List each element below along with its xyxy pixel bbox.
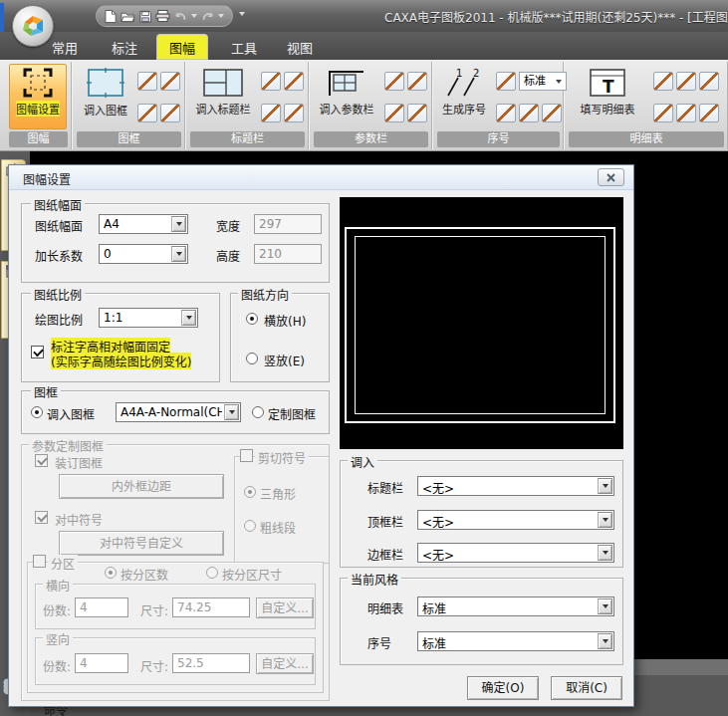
frame-combo[interactable]: A4A-A-Normal(CH [116,402,241,422]
fill-parambar-icon[interactable] [407,72,427,91]
define-frame-icon[interactable] [137,72,157,91]
by-count-label: 按分区数 [121,566,168,583]
load-frame-radio[interactable] [31,406,43,418]
landscape-radio[interactable] [246,313,258,325]
width-field[interactable]: 297 [254,214,322,234]
frame-dropdown-icon[interactable] [224,404,239,420]
save-icon[interactable] [139,10,151,23]
portrait-label: 竖放(E) [264,352,305,368]
cancel-button[interactable]: 取消(C) [551,676,622,700]
cut-symbol-checkbox[interactable] [240,449,253,462]
edit-titleblock-icon[interactable] [261,104,281,122]
titleblock-dropdown-icon[interactable] [598,478,612,494]
zone-checkbox[interactable] [33,555,46,568]
edit-parambar-icon[interactable] [384,104,404,122]
ribbon-group-sheet: 图幅设置 图幅 [6,62,72,149]
fill-titleblock-icon[interactable] [284,72,304,91]
dialog-titlebar[interactable]: 图幅设置 [9,165,633,190]
serial-style-icon[interactable] [496,72,516,91]
portrait-radio[interactable] [246,353,258,364]
height-field[interactable]: 210 [254,244,322,264]
save-titleblock-icon[interactable] [284,104,304,122]
edgebar-combo[interactable]: <无> [417,543,614,563]
load-parambar-icon [326,68,367,98]
lengthen-factor-combo[interactable]: 0 [99,244,188,264]
copy-bom-icon[interactable] [699,104,719,122]
load-parambar-button[interactable]: 调入参数栏 [313,64,380,129]
tab-biaozhu[interactable]: 标注 [100,35,149,59]
dialog-close-button[interactable] [598,168,624,186]
edit-bom-icon[interactable] [653,104,673,122]
window-titlebar[interactable]: CAXA电子图板2011 - 机械版***试用期(还剩25天)*** - [工程… [0,0,728,32]
save-frame-icon[interactable] [160,104,180,122]
preview-frame-outline [355,236,606,414]
edit-frame-icon[interactable] [137,104,157,122]
load-titleblock-button[interactable]: 调入标题栏 [189,64,257,129]
ok-button[interactable]: 确定(O) [467,676,539,700]
bom-style-dropdown-icon[interactable] [598,598,612,614]
app-button[interactable] [12,5,54,47]
load-frame-button[interactable]: 调入图框 [76,64,135,129]
draw-scale-combo[interactable]: 1:1 [99,308,198,328]
open-file-icon[interactable] [121,10,135,23]
titleblock-combo[interactable]: <无> [417,476,614,496]
qat-customize-icon[interactable] [239,12,245,16]
fill-bom-button[interactable]: T 填写明细表 [570,64,645,129]
sheet-settings-label: 图幅设置 [16,101,60,117]
bom-style-combo[interactable]: 标准 [417,597,614,616]
define-titleblock-icon[interactable] [261,72,281,91]
delete-serial-icon[interactable] [496,104,516,122]
bom-style-icon[interactable] [676,104,696,122]
define-bom-icon[interactable] [653,72,673,91]
custom-frame-radio[interactable] [252,406,264,418]
fixed-text-height-checkbox[interactable] [31,346,44,358]
store-frame-icon[interactable] [160,72,180,91]
print-icon[interactable] [155,9,170,23]
new-file-icon[interactable] [105,9,117,24]
save-parambar-icon[interactable] [407,104,427,122]
delete-bom-icon[interactable] [676,72,696,91]
generate-serial-button[interactable]: 1 2 生成序号 [436,64,492,129]
serial-style-dropdown[interactable]: 标准 [519,72,567,91]
undo-dropdown-icon[interactable] [191,14,197,18]
redo-icon[interactable] [201,10,214,22]
center-mark-checkbox[interactable] [35,511,48,524]
by-count-radio[interactable] [105,567,117,579]
topbar-row-label: 顶框栏 [367,513,403,530]
edgebar-dropdown-icon[interactable] [598,545,612,561]
v-custom-button[interactable]: 自定义... [256,653,314,674]
sheet-settings-button[interactable]: 图幅设置 [9,64,67,129]
triangle-radio[interactable] [244,486,256,498]
topbar-dropdown-icon[interactable] [598,512,612,528]
v-count-field[interactable]: 4 [75,653,128,673]
inner-outer-margin-button[interactable]: 内外框边距 [59,474,224,499]
tab-tufu[interactable]: 图幅 [157,35,207,59]
topbar-combo[interactable]: <无> [417,510,614,530]
export-bom-icon[interactable] [699,72,719,91]
by-size-radio[interactable] [206,567,218,579]
define-parambar-icon[interactable] [384,72,404,91]
h-size-field[interactable]: 74.25 [172,597,250,617]
paper-size-combo[interactable]: A4 [99,214,188,234]
thick-segment-radio[interactable] [244,520,256,532]
h-custom-button[interactable]: 自定义... [256,597,314,618]
serial-style-combo-dropdown-icon[interactable] [598,633,612,649]
lengthen-factor-dropdown-icon[interactable] [171,246,186,262]
edit-serial-icon[interactable] [519,104,539,122]
h-count-field[interactable]: 4 [75,597,128,617]
tab-gongju[interactable]: 工具 [219,35,269,59]
draw-scale-dropdown-icon[interactable] [181,310,196,326]
undo-icon[interactable] [174,10,187,22]
redo-dropdown-icon[interactable] [218,14,224,18]
serial-style-combo[interactable]: 标准 [417,631,614,651]
group-label-bom: 明细表 [569,131,724,147]
binding-frame-checkbox[interactable] [35,454,48,467]
swap-serial-icon[interactable] [542,104,562,122]
v-size-field[interactable]: 52.5 [172,653,250,673]
cut-symbol-group [234,456,330,564]
tab-shitu[interactable]: 视图 [275,35,325,59]
center-mark-custom-button[interactable]: 对中符号自定义 [59,531,224,556]
caxa-logo-icon [19,12,47,40]
paper-size-dropdown-icon[interactable] [171,216,186,232]
window-title: CAXA电子图板2011 - 机械版***试用期(还剩25天)*** - [工程… [384,8,728,25]
